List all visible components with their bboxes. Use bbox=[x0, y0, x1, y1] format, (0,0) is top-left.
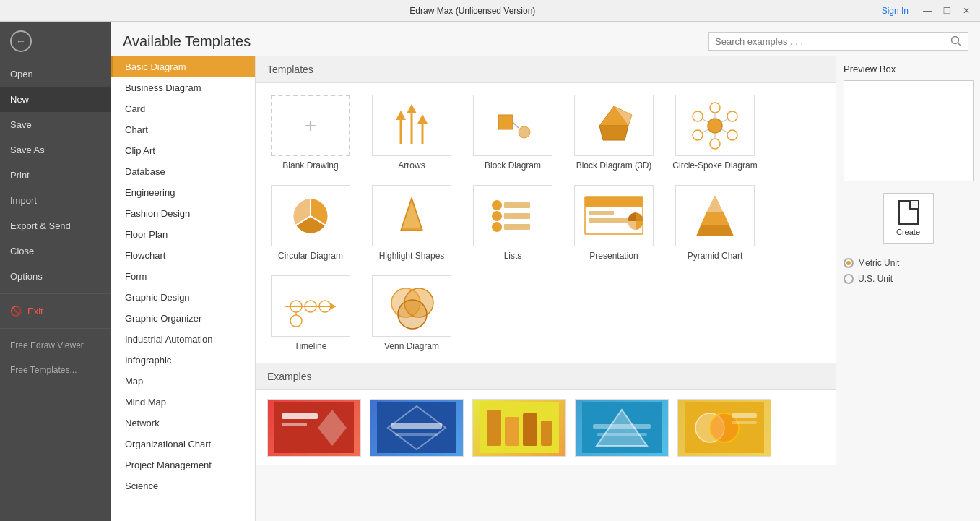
example-item-4[interactable] bbox=[575, 399, 669, 457]
template-item-circle-spoke[interactable]: Circle-Spoke Diagram bbox=[672, 95, 758, 171]
svg-marker-42 bbox=[706, 197, 724, 212]
example-item-3[interactable] bbox=[472, 399, 566, 457]
category-item-card[interactable]: Card bbox=[111, 98, 255, 119]
category-item-clip-art[interactable]: Clip Art bbox=[111, 140, 255, 161]
svg-point-16 bbox=[727, 111, 737, 121]
export-send-label: Export & Send bbox=[10, 220, 71, 231]
svg-rect-61 bbox=[391, 423, 442, 429]
us-radio[interactable] bbox=[844, 274, 854, 284]
category-item-chart[interactable]: Chart bbox=[111, 119, 255, 140]
free-templates-label: Free Templates... bbox=[10, 365, 77, 375]
main-layout: ← Open New Save Save As Print Import Exp… bbox=[0, 22, 980, 521]
new-label: New bbox=[10, 94, 29, 105]
sidebar-nav: Open New Save Save As Print Import Expor… bbox=[0, 61, 111, 382]
search-icon bbox=[950, 35, 962, 47]
restore-button[interactable]: ❐ bbox=[939, 4, 955, 17]
metric-unit-label: Metric Unit bbox=[858, 258, 899, 268]
svg-line-26 bbox=[703, 119, 708, 122]
category-item-database[interactable]: Database bbox=[111, 161, 255, 182]
svg-rect-38 bbox=[589, 218, 628, 223]
sidebar-item-options[interactable]: Options bbox=[0, 264, 111, 289]
template-item-arrows[interactable]: Arrows bbox=[368, 95, 455, 171]
arrows-label: Arrows bbox=[398, 160, 425, 171]
category-item-basic-diagram[interactable]: Basic Diagram bbox=[111, 56, 255, 77]
close-button[interactable]: ✕ bbox=[958, 4, 974, 17]
category-item-science[interactable]: Science bbox=[111, 475, 255, 496]
template-item-timeline[interactable]: Timeline bbox=[267, 275, 354, 351]
highlight-shapes-thumb bbox=[372, 185, 451, 246]
template-item-block-diagram-3d[interactable]: Block Diagram (3D) bbox=[571, 95, 657, 171]
metric-radio[interactable] bbox=[844, 258, 854, 268]
sidebar-item-save[interactable]: Save bbox=[0, 112, 111, 137]
category-item-mind-map[interactable]: Mind Map bbox=[111, 392, 255, 413]
svg-rect-32 bbox=[504, 213, 530, 219]
sidebar-divider-2 bbox=[0, 328, 111, 329]
category-item-business-diagram[interactable]: Business Diagram bbox=[111, 77, 255, 98]
venn-diagram-thumb bbox=[372, 275, 451, 337]
highlight-shapes-label: Highlight Shapes bbox=[379, 251, 445, 261]
template-item-block-diagram[interactable]: Block Diagram bbox=[469, 95, 556, 171]
svg-marker-12 bbox=[599, 126, 628, 140]
exit-icon: 🚫 bbox=[10, 306, 22, 317]
search-input[interactable] bbox=[715, 36, 950, 47]
svg-rect-36 bbox=[585, 197, 643, 207]
svg-point-50 bbox=[290, 315, 302, 327]
circle-spoke-label: Circle-Spoke Diagram bbox=[672, 160, 757, 171]
templates-panel: Templates + Blank Drawing bbox=[256, 56, 836, 521]
svg-rect-70 bbox=[593, 424, 651, 429]
sidebar-item-new[interactable]: New bbox=[0, 87, 111, 112]
sidebar-item-print[interactable]: Print bbox=[0, 163, 111, 188]
template-item-circular-diagram[interactable]: Circular Diagram bbox=[267, 185, 354, 261]
sidebar-item-open[interactable]: Open bbox=[0, 61, 111, 87]
metric-unit-option[interactable]: Metric Unit bbox=[844, 258, 899, 268]
category-item-industrial-automation[interactable]: Industrial Automation bbox=[111, 329, 255, 350]
sidebar-item-save-as[interactable]: Save As bbox=[0, 137, 111, 163]
sidebar-item-free-viewer[interactable]: Free Edraw Viewer bbox=[0, 333, 111, 358]
svg-rect-65 bbox=[505, 417, 519, 446]
svg-rect-56 bbox=[282, 413, 318, 419]
sidebar-item-export-send[interactable]: Export & Send bbox=[0, 213, 111, 238]
template-item-presentation[interactable]: Presentation bbox=[571, 185, 657, 261]
sidebar-item-close[interactable]: Close bbox=[0, 238, 111, 264]
metric-radio-inner bbox=[846, 261, 851, 265]
template-item-venn-diagram[interactable]: Venn Diagram bbox=[368, 275, 455, 351]
category-item-organizational-chart[interactable]: Organizational Chart bbox=[111, 434, 255, 455]
timeline-label: Timeline bbox=[295, 341, 327, 351]
category-item-engineering[interactable]: Engineering bbox=[111, 182, 255, 203]
svg-rect-75 bbox=[732, 413, 757, 418]
category-item-floor-plan[interactable]: Floor Plan bbox=[111, 224, 255, 245]
block-diagram-3d-label: Block Diagram (3D) bbox=[576, 160, 652, 171]
svg-marker-5 bbox=[396, 111, 406, 120]
category-item-form[interactable]: Form bbox=[111, 266, 255, 287]
us-unit-option[interactable]: U.S. Unit bbox=[844, 274, 899, 284]
template-item-blank-drawing[interactable]: + Blank Drawing bbox=[267, 95, 354, 171]
svg-rect-71 bbox=[597, 433, 647, 436]
template-item-pyramid-chart[interactable]: Pyramid Chart bbox=[672, 185, 758, 261]
create-button[interactable]: Create bbox=[883, 193, 934, 244]
lists-label: Lists bbox=[504, 251, 522, 261]
category-item-infographic[interactable]: Infographic bbox=[111, 350, 255, 371]
example-item-5[interactable] bbox=[677, 399, 771, 457]
category-item-graphic-design[interactable]: Graphic Design bbox=[111, 287, 255, 308]
example-item-1[interactable] bbox=[267, 399, 361, 457]
template-item-highlight-shapes[interactable]: Highlight Shapes bbox=[368, 185, 455, 261]
svg-line-22 bbox=[721, 119, 727, 122]
svg-marker-3 bbox=[407, 104, 417, 113]
example-item-2[interactable] bbox=[370, 399, 464, 457]
back-button[interactable]: ← bbox=[0, 22, 111, 61]
category-item-graphic-organizer[interactable]: Graphic Organizer bbox=[111, 308, 255, 329]
category-item-flowchart[interactable]: Flowchart bbox=[111, 245, 255, 266]
category-item-map[interactable]: Map bbox=[111, 371, 255, 392]
category-item-network[interactable]: Network bbox=[111, 413, 255, 434]
sign-in-link[interactable]: Sign In bbox=[882, 6, 916, 16]
save-label: Save bbox=[10, 119, 32, 130]
svg-marker-43 bbox=[701, 212, 729, 225]
sidebar-item-free-templates[interactable]: Free Templates... bbox=[0, 358, 111, 382]
svg-marker-28 bbox=[402, 202, 421, 228]
sidebar-item-import[interactable]: Import bbox=[0, 188, 111, 213]
sidebar-item-exit[interactable]: 🚫 Exit bbox=[0, 298, 111, 324]
category-item-fashion-design[interactable]: Fashion Design bbox=[111, 203, 255, 224]
template-item-lists[interactable]: Lists bbox=[469, 185, 556, 261]
category-item-project-management[interactable]: Project Management bbox=[111, 455, 255, 475]
minimize-button[interactable]: — bbox=[919, 4, 936, 17]
